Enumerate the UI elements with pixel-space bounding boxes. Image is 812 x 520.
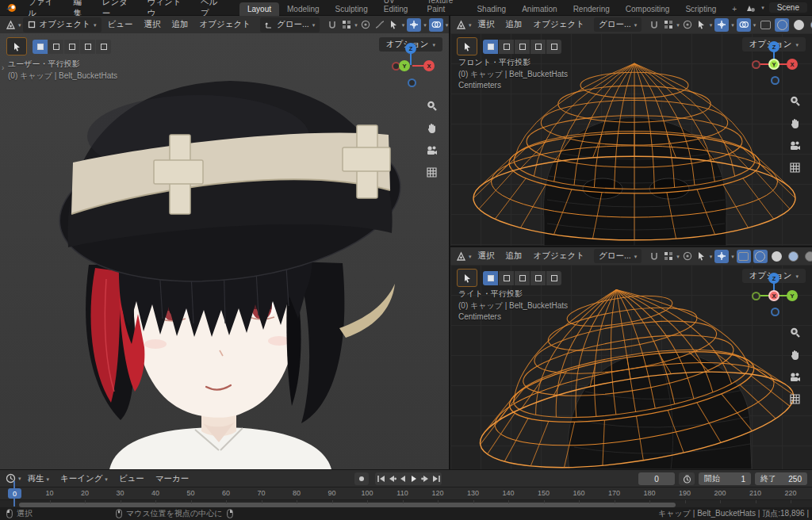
workspace-tab-modeling[interactable]: Modeling	[279, 2, 327, 16]
viewport-right-canvas[interactable]: オプション▾ ライト・平行投影 (0) キャップ | Belt_BucketHa…	[450, 265, 812, 469]
toolbar-expand-arrow[interactable]: ›	[2, 63, 4, 72]
play-reverse-button[interactable]	[397, 472, 408, 485]
workspace-tab-shading[interactable]: Shading	[469, 2, 514, 16]
workspace-tab-texture-paint[interactable]: Texture Paint	[419, 0, 469, 16]
proportional-edit-icon[interactable]	[682, 19, 694, 31]
gizmo-toggle-icon[interactable]	[407, 18, 421, 32]
viewport-user-canvas[interactable]: オプション▾ › ユーザー・平行投影 (0) キャップ | Belt_Bucke…	[0, 33, 449, 469]
auto-keying-button[interactable]	[354, 472, 369, 485]
timeline-ruler[interactable]: 0 10203040506070809010011012013014015016…	[0, 488, 812, 500]
menu-object[interactable]: オブジェクト	[529, 249, 589, 263]
viewport-front[interactable]: ▾ 選択 追加 オブジェクト グロー...▾ ▾	[450, 16, 812, 246]
snap-target-icon[interactable]	[662, 250, 674, 262]
xray-toggle-icon[interactable]	[758, 18, 772, 32]
mode-dropdown[interactable]: オブジェクト▾	[23, 17, 102, 32]
menu-select[interactable]: 選択	[473, 17, 500, 32]
shading-material-icon[interactable]	[808, 18, 812, 32]
select-mode-set[interactable]	[483, 271, 498, 285]
editor-type-caret[interactable]: ▾	[18, 22, 21, 28]
menu-view[interactable]: ビュー	[114, 472, 149, 486]
select-mode-extend[interactable]	[48, 40, 63, 54]
proportional-edit-icon[interactable]	[682, 250, 694, 262]
shading-material-icon[interactable]	[787, 250, 801, 263]
tweak-tool-button[interactable]	[457, 37, 477, 55]
navigation-gizmo[interactable]: Z Y X	[387, 43, 436, 89]
menu-add[interactable]: 追加	[167, 17, 193, 32]
gizmo-axis-z[interactable]: Z	[768, 41, 779, 52]
tweak-tool-button[interactable]	[457, 269, 477, 287]
zoom-icon[interactable]	[787, 94, 802, 108]
zoom-icon[interactable]	[787, 325, 802, 339]
gizmo-axis-z[interactable]: Z	[768, 273, 779, 284]
menu-select[interactable]: 選択	[140, 17, 166, 32]
menu-playback[interactable]: 再生 ▾	[23, 472, 54, 486]
playhead[interactable]: 0	[8, 488, 21, 499]
select-mode-intersect[interactable]	[546, 271, 561, 285]
editor-type-icon[interactable]	[5, 19, 17, 31]
scene-dropdown-caret[interactable]: ▾	[761, 5, 764, 10]
xray-toggle-icon[interactable]	[737, 250, 751, 263]
menu-keying[interactable]: キーイング ▾	[56, 472, 113, 486]
viewport-front-canvas[interactable]: オプション▾ フロント・平行投影 (0) キャップ | Belt_BucketH…	[450, 33, 812, 246]
menu-object[interactable]: オブジェクト	[529, 17, 589, 32]
editor-type-icon[interactable]	[455, 19, 467, 31]
gizmo-axis-x[interactable]: X	[768, 290, 779, 301]
falloff-icon[interactable]	[374, 19, 386, 31]
jump-to-start-button[interactable]	[375, 472, 386, 485]
select-mode-set[interactable]	[33, 40, 48, 54]
select-mode-subtract[interactable]	[515, 271, 530, 285]
snap-magnet-icon[interactable]	[326, 19, 338, 31]
select-mode-extend[interactable]	[499, 271, 514, 285]
select-mode-subtract[interactable]	[64, 40, 79, 54]
snap-magnet-icon[interactable]	[648, 250, 660, 262]
select-mode-invert[interactable]	[530, 40, 546, 54]
gizmo-axis-x[interactable]: X	[423, 60, 435, 71]
select-mode-intersect[interactable]	[96, 40, 111, 54]
zoom-icon[interactable]	[424, 98, 439, 113]
overlays-toggle-icon[interactable]	[737, 18, 751, 32]
select-mode-invert[interactable]	[80, 40, 95, 54]
play-button[interactable]	[408, 472, 419, 485]
camera-view-icon[interactable]	[787, 138, 802, 152]
shading-rendered-icon[interactable]	[803, 250, 812, 263]
viewport-user[interactable]: ▾ オブジェクト▾ ビュー 選択 追加 オブジェクト グロー...▾	[0, 16, 449, 469]
camera-view-icon[interactable]	[424, 143, 439, 157]
frame-end-field[interactable]: 終了250	[755, 472, 807, 485]
workspace-tab-animation[interactable]: Animation	[514, 2, 565, 16]
gizmo-axis-y[interactable]: Y	[768, 59, 779, 70]
workspace-tab-rendering[interactable]: Rendering	[565, 2, 618, 16]
blender-logo-icon[interactable]	[5, 2, 17, 13]
camera-view-icon[interactable]	[787, 369, 802, 384]
workspace-tab-layout[interactable]: Layout	[239, 2, 279, 16]
shading-wireframe-icon[interactable]	[775, 18, 789, 32]
gizmo-axis-neg-z[interactable]	[771, 76, 779, 85]
editor-type-icon[interactable]	[455, 250, 467, 262]
gizmo-toggle-icon[interactable]	[714, 18, 729, 32]
snap-target-icon[interactable]	[662, 19, 674, 31]
shading-wireframe-icon[interactable]	[753, 250, 768, 263]
menu-view[interactable]: ビュー	[103, 17, 138, 32]
prev-keyframe-button[interactable]	[386, 472, 397, 485]
select-mode-extend[interactable]	[499, 40, 514, 54]
menu-select[interactable]: 選択	[473, 249, 500, 263]
select-cursor-icon[interactable]	[695, 250, 707, 262]
viewport-right[interactable]: ▾ 選択 追加 オブジェクト グロー...▾ ▾	[450, 247, 812, 469]
jump-to-end-button[interactable]	[431, 472, 442, 485]
current-frame-field[interactable]: 0	[638, 472, 675, 485]
select-mode-invert[interactable]	[530, 271, 546, 285]
orientation-dropdown[interactable]: グロー...▾	[594, 17, 642, 32]
gizmo-toggle-icon[interactable]	[714, 250, 729, 263]
next-keyframe-button[interactable]	[419, 472, 431, 485]
ortho-grid-icon[interactable]	[787, 160, 802, 174]
navigation-gizmo[interactable]: Z Y X	[750, 273, 799, 319]
proportional-edit-icon[interactable]	[360, 19, 372, 31]
workspace-tab-compositing[interactable]: Compositing	[618, 2, 678, 16]
pan-hand-icon[interactable]	[787, 347, 802, 361]
gizmo-axis-neg-z[interactable]	[771, 308, 779, 316]
gizmo-axis-neg-y[interactable]	[752, 292, 760, 300]
snap-magnet-icon[interactable]	[648, 19, 660, 31]
ortho-grid-icon[interactable]	[424, 165, 439, 179]
gizmo-axis-y[interactable]: Y	[399, 60, 410, 71]
gizmo-axis-neg-x[interactable]	[752, 60, 760, 69]
menu-add[interactable]: 追加	[501, 249, 527, 263]
